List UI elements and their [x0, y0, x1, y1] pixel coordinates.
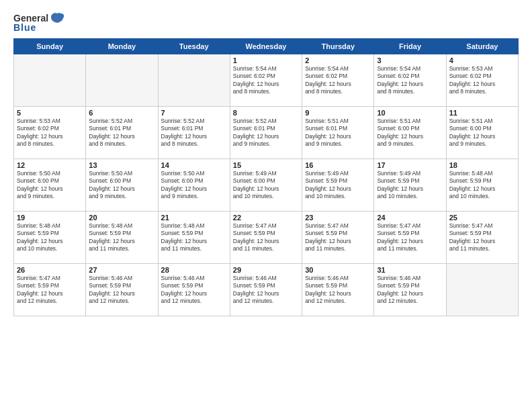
calendar-cell: 29Sunrise: 5:46 AM Sunset: 5:59 PM Dayli… [230, 264, 302, 316]
day-content: Sunrise: 5:51 AM Sunset: 6:00 PM Dayligh… [449, 118, 515, 148]
day-number: 15 [233, 161, 299, 169]
calendar-cell: 10Sunrise: 5:51 AM Sunset: 6:00 PM Dayli… [374, 107, 446, 159]
logo: General Blue [13, 12, 64, 33]
logo-bird-icon [50, 12, 64, 24]
day-number: 21 [161, 214, 227, 222]
calendar-cell [158, 54, 230, 107]
day-content: Sunrise: 5:47 AM Sunset: 5:59 PM Dayligh… [377, 222, 443, 253]
calendar-cell: 15Sunrise: 5:49 AM Sunset: 6:00 PM Dayli… [230, 159, 302, 212]
calendar-cell [86, 54, 158, 107]
calendar-cell: 3Sunrise: 5:54 AM Sunset: 6:02 PM Daylig… [374, 54, 446, 107]
day-number: 4 [449, 56, 515, 64]
day-number: 22 [233, 214, 299, 222]
weekday-header-row: SundayMondayTuesdayWednesdayThursdayFrid… [14, 39, 519, 54]
day-content: Sunrise: 5:48 AM Sunset: 5:59 PM Dayligh… [161, 222, 227, 253]
day-content: Sunrise: 5:50 AM Sunset: 6:00 PM Dayligh… [161, 170, 227, 201]
day-number: 5 [17, 109, 83, 117]
day-content: Sunrise: 5:51 AM Sunset: 6:00 PM Dayligh… [377, 118, 443, 148]
day-content: Sunrise: 5:46 AM Sunset: 5:59 PM Dayligh… [305, 275, 371, 306]
day-content: Sunrise: 5:46 AM Sunset: 5:59 PM Dayligh… [89, 275, 154, 306]
calendar-cell: 8Sunrise: 5:52 AM Sunset: 6:01 PM Daylig… [230, 107, 302, 159]
calendar-cell: 11Sunrise: 5:51 AM Sunset: 6:00 PM Dayli… [446, 107, 518, 159]
calendar-cell: 18Sunrise: 5:48 AM Sunset: 5:59 PM Dayli… [446, 159, 518, 212]
calendar-table: SundayMondayTuesdayWednesdayThursdayFrid… [13, 38, 519, 316]
day-number: 16 [305, 161, 371, 169]
day-content: Sunrise: 5:53 AM Sunset: 6:02 PM Dayligh… [17, 118, 83, 148]
calendar-cell [446, 264, 518, 316]
calendar-cell: 5Sunrise: 5:53 AM Sunset: 6:02 PM Daylig… [14, 107, 86, 159]
page: General Blue SundayMondayTuesdayWednesda… [0, 0, 532, 411]
day-content: Sunrise: 5:47 AM Sunset: 5:59 PM Dayligh… [233, 222, 299, 253]
day-content: Sunrise: 5:49 AM Sunset: 5:59 PM Dayligh… [305, 170, 371, 201]
weekday-header-friday: Friday [374, 39, 446, 54]
day-number: 25 [449, 214, 515, 222]
calendar-week-2: 5Sunrise: 5:53 AM Sunset: 6:02 PM Daylig… [14, 107, 519, 159]
day-number: 27 [89, 266, 154, 274]
day-number: 10 [377, 109, 443, 117]
day-content: Sunrise: 5:53 AM Sunset: 6:02 PM Dayligh… [449, 65, 515, 96]
calendar-cell: 21Sunrise: 5:48 AM Sunset: 5:59 PM Dayli… [158, 212, 230, 264]
calendar-cell: 26Sunrise: 5:47 AM Sunset: 5:59 PM Dayli… [14, 264, 86, 316]
day-number: 11 [449, 109, 515, 117]
day-content: Sunrise: 5:47 AM Sunset: 5:59 PM Dayligh… [449, 222, 515, 253]
day-content: Sunrise: 5:52 AM Sunset: 6:01 PM Dayligh… [233, 118, 299, 148]
day-content: Sunrise: 5:52 AM Sunset: 6:01 PM Dayligh… [89, 118, 154, 148]
day-number: 17 [377, 161, 443, 169]
calendar-week-4: 19Sunrise: 5:48 AM Sunset: 5:59 PM Dayli… [14, 212, 519, 264]
day-content: Sunrise: 5:52 AM Sunset: 6:01 PM Dayligh… [161, 118, 227, 148]
day-number: 7 [161, 109, 227, 117]
day-content: Sunrise: 5:51 AM Sunset: 6:01 PM Dayligh… [305, 118, 371, 148]
calendar-week-3: 12Sunrise: 5:50 AM Sunset: 6:00 PM Dayli… [14, 159, 519, 212]
header: General Blue [13, 12, 519, 33]
day-number: 31 [377, 266, 443, 274]
calendar-cell: 9Sunrise: 5:51 AM Sunset: 6:01 PM Daylig… [302, 107, 374, 159]
calendar-cell: 25Sunrise: 5:47 AM Sunset: 5:59 PM Dayli… [446, 212, 518, 264]
calendar-cell: 24Sunrise: 5:47 AM Sunset: 5:59 PM Dayli… [374, 212, 446, 264]
calendar-cell: 30Sunrise: 5:46 AM Sunset: 5:59 PM Dayli… [302, 264, 374, 316]
calendar-cell: 13Sunrise: 5:50 AM Sunset: 6:00 PM Dayli… [86, 159, 158, 212]
weekday-header-thursday: Thursday [302, 39, 374, 54]
day-content: Sunrise: 5:49 AM Sunset: 5:59 PM Dayligh… [377, 170, 443, 201]
calendar-cell: 22Sunrise: 5:47 AM Sunset: 5:59 PM Dayli… [230, 212, 302, 264]
day-content: Sunrise: 5:47 AM Sunset: 5:59 PM Dayligh… [305, 222, 371, 253]
calendar-cell [14, 54, 86, 107]
day-number: 8 [233, 109, 299, 117]
day-content: Sunrise: 5:46 AM Sunset: 5:59 PM Dayligh… [377, 275, 443, 306]
day-number: 13 [89, 161, 154, 169]
weekday-header-monday: Monday [86, 39, 158, 54]
calendar-cell: 12Sunrise: 5:50 AM Sunset: 6:00 PM Dayli… [14, 159, 86, 212]
calendar-week-1: 1Sunrise: 5:54 AM Sunset: 6:02 PM Daylig… [14, 54, 519, 107]
calendar-cell: 31Sunrise: 5:46 AM Sunset: 5:59 PM Dayli… [374, 264, 446, 316]
day-number: 20 [89, 214, 154, 222]
calendar-cell: 6Sunrise: 5:52 AM Sunset: 6:01 PM Daylig… [86, 107, 158, 159]
day-content: Sunrise: 5:46 AM Sunset: 5:59 PM Dayligh… [233, 275, 299, 306]
calendar-cell: 16Sunrise: 5:49 AM Sunset: 5:59 PM Dayli… [302, 159, 374, 212]
day-content: Sunrise: 5:54 AM Sunset: 6:02 PM Dayligh… [377, 65, 443, 96]
day-content: Sunrise: 5:50 AM Sunset: 6:00 PM Dayligh… [17, 170, 83, 201]
day-number: 3 [377, 56, 443, 64]
calendar-cell: 2Sunrise: 5:54 AM Sunset: 6:02 PM Daylig… [302, 54, 374, 107]
day-content: Sunrise: 5:46 AM Sunset: 5:59 PM Dayligh… [161, 275, 227, 306]
day-content: Sunrise: 5:49 AM Sunset: 6:00 PM Dayligh… [233, 170, 299, 201]
logo-blue: Blue [13, 22, 36, 33]
day-number: 12 [17, 161, 83, 169]
day-content: Sunrise: 5:47 AM Sunset: 5:59 PM Dayligh… [17, 275, 83, 306]
day-number: 2 [305, 56, 371, 64]
weekday-header-tuesday: Tuesday [158, 39, 230, 54]
calendar-cell: 7Sunrise: 5:52 AM Sunset: 6:01 PM Daylig… [158, 107, 230, 159]
calendar-cell: 23Sunrise: 5:47 AM Sunset: 5:59 PM Dayli… [302, 212, 374, 264]
calendar-cell: 19Sunrise: 5:48 AM Sunset: 5:59 PM Dayli… [14, 212, 86, 264]
calendar-cell: 17Sunrise: 5:49 AM Sunset: 5:59 PM Dayli… [374, 159, 446, 212]
day-content: Sunrise: 5:54 AM Sunset: 6:02 PM Dayligh… [233, 65, 299, 96]
weekday-header-saturday: Saturday [446, 39, 518, 54]
day-content: Sunrise: 5:48 AM Sunset: 5:59 PM Dayligh… [17, 222, 83, 253]
calendar-cell: 14Sunrise: 5:50 AM Sunset: 6:00 PM Dayli… [158, 159, 230, 212]
calendar-cell: 4Sunrise: 5:53 AM Sunset: 6:02 PM Daylig… [446, 54, 518, 107]
day-number: 19 [17, 214, 83, 222]
day-number: 14 [161, 161, 227, 169]
day-number: 30 [305, 266, 371, 274]
day-number: 28 [161, 266, 227, 274]
day-content: Sunrise: 5:48 AM Sunset: 5:59 PM Dayligh… [449, 170, 515, 201]
day-number: 9 [305, 109, 371, 117]
day-number: 29 [233, 266, 299, 274]
